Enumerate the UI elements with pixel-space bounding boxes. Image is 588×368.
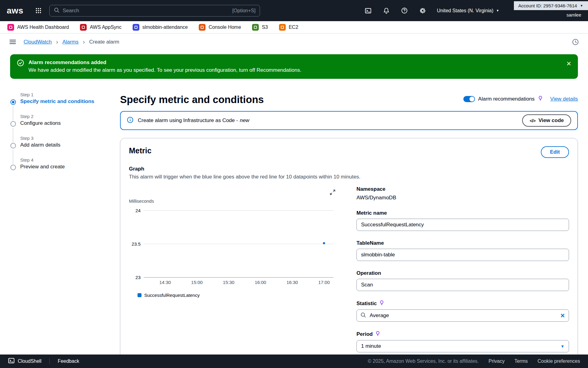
card-title: Metric [129,146,152,155]
toggle-label: Alarm recommendations [478,96,534,102]
copyright-text: © 2025, Amazon Web Services, Inc. or its… [368,358,479,364]
step-label[interactable]: Preview and create [20,164,116,170]
flashbar-title: Alarm recommendations added [28,59,301,66]
favorite-console-home[interactable]: Console Home [199,24,241,31]
clear-statistic-icon[interactable]: × [560,312,565,319]
step-radio [10,99,16,105]
favorite-s3[interactable]: S3 [252,24,268,31]
username-label: samlee [514,12,581,17]
breadcrumb-cloudwatch[interactable]: CloudWatch [24,39,52,45]
privacy-link[interactable]: Privacy [488,358,504,364]
operation-label: Operation [356,270,381,276]
ec2-icon [279,24,286,31]
account-id-label: Account ID: 2957-9346-7614 [518,3,577,8]
chart-legend[interactable]: SuccessfulRequestLatency [138,293,349,298]
step-label[interactable]: Specify metric and conditions [20,98,116,105]
lightbulb-icon [538,96,543,102]
account-menu[interactable]: Account ID: 2957-9346-7614 ▼ [514,1,588,10]
iac-banner: Create alarm using Infrastructure as Cod… [120,111,578,130]
global-search[interactable]: [Option+S] [49,5,260,17]
terms-link[interactable]: Terms [514,358,528,364]
search-icon [360,312,366,319]
step-label[interactable]: Configure actions [20,120,116,126]
statistic-input[interactable] [356,309,569,322]
cloudshell-icon[interactable] [363,6,373,16]
alarm-recommendations-toggle[interactable] [463,96,475,102]
caret-down-icon: ▼ [580,4,583,7]
cookie-preferences-link[interactable]: Cookie preferences [537,358,580,364]
breadcrumb: CloudWatch › Alarms › Create alarm [24,38,119,45]
tablename-input[interactable] [356,249,569,261]
search-icon [54,7,59,14]
favorite-slmobbin-attendance[interactable]: slmobbin-attendance [133,24,188,31]
top-navigation: aws [Option+S] United States (N. Virgini… [0,0,588,21]
step-number: Step 4 [20,156,116,163]
chart-ytick: 23 [135,275,141,280]
region-selector[interactable]: United States (N. Virginia) ▼ [437,8,499,13]
favorite-label: slmobbin-attendance [142,25,188,30]
period-field: Period 1 minute ▼ [356,331,569,352]
wizard-step-3[interactable]: Step 3 Add alarm details [10,134,116,156]
footer-divider [49,358,50,364]
info-icon [127,117,134,125]
step-radio [10,143,16,148]
chart-gridline [144,210,334,211]
console-home-icon [199,24,205,31]
aws-logo[interactable]: aws [7,6,23,16]
code-icon: </> [530,118,535,123]
favorite-ec2[interactable]: EC2 [279,24,298,31]
success-flashbar: Alarm recommendations added We have adde… [10,54,578,79]
step-label[interactable]: Add alarm details [20,142,116,148]
step-radio [10,165,16,170]
edit-button[interactable]: Edit [541,146,569,158]
favorite-label: Console Home [209,25,241,30]
console-footer: CloudShell Feedback © 2025, Amazon Web S… [0,355,588,368]
chart-xtick: 14:30 [159,280,171,285]
search-shortcut: [Option+S] [232,8,255,13]
breadcrumb-separator: › [83,38,85,45]
apps-grid-icon[interactable] [36,8,41,13]
view-code-label: View code [538,117,564,124]
lightbulb-icon [379,300,384,307]
success-check-icon [17,59,24,74]
view-code-button[interactable]: </> View code [522,114,571,127]
footer-cloudshell[interactable]: CloudShell [8,357,41,365]
namespace-field: Namespace AWS/DynamoDB [356,186,569,201]
namespace-value: AWS/DynamoDB [356,195,569,201]
iac-text: Create alarm using Infrastructure as Cod… [138,117,238,123]
metric-name-input[interactable] [356,219,569,231]
legend-swatch [138,293,141,297]
metric-card: Metric Edit Graph This alarm will trigge… [120,138,578,368]
operation-field: Operation [356,270,569,291]
expand-chart-icon[interactable] [330,189,336,196]
settings-gear-icon[interactable] [417,6,428,16]
favorite-appsync[interactable]: AWS AppSync [80,24,121,31]
breadcrumb-alarms[interactable]: Alarms [62,39,79,45]
close-icon[interactable]: × [567,59,571,67]
favorite-health-dashboard[interactable]: AWS Health Dashboard [7,24,69,31]
step-number: Step 3 [20,134,116,141]
wizard-step-4[interactable]: Step 4 Preview and create [10,156,116,178]
period-label: Period [356,331,373,337]
metric-chart: Milliseconds 2423.52314:3015:0015:3016:0… [129,184,349,362]
favorite-label: EC2 [289,25,298,30]
operation-input[interactable] [356,279,569,291]
namespace-label: Namespace [356,186,386,192]
favorite-label: AWS Health Dashboard [17,25,69,30]
history-clock-icon[interactable] [572,39,579,45]
help-icon[interactable] [399,6,409,16]
chart-gridline [144,277,334,278]
hamburger-menu-icon[interactable] [9,38,16,45]
period-select[interactable]: 1 minute ▼ [356,340,569,352]
lightbulb-icon [375,331,380,338]
legend-label: SuccessfulRequestLatency [144,293,200,298]
feedback-link[interactable]: Feedback [58,358,79,364]
iac-new-badge: new [240,117,249,123]
wizard-step-1[interactable]: Step 1 Specify metric and conditions [10,91,116,113]
step-number: Step 2 [20,113,116,119]
notifications-bell-icon[interactable] [381,6,391,16]
wizard-step-2[interactable]: Step 2 Configure actions [10,113,116,134]
search-input[interactable] [62,8,229,14]
view-details-link[interactable]: View details [550,96,578,102]
title-controls: Alarm recommendations View details [463,96,578,102]
